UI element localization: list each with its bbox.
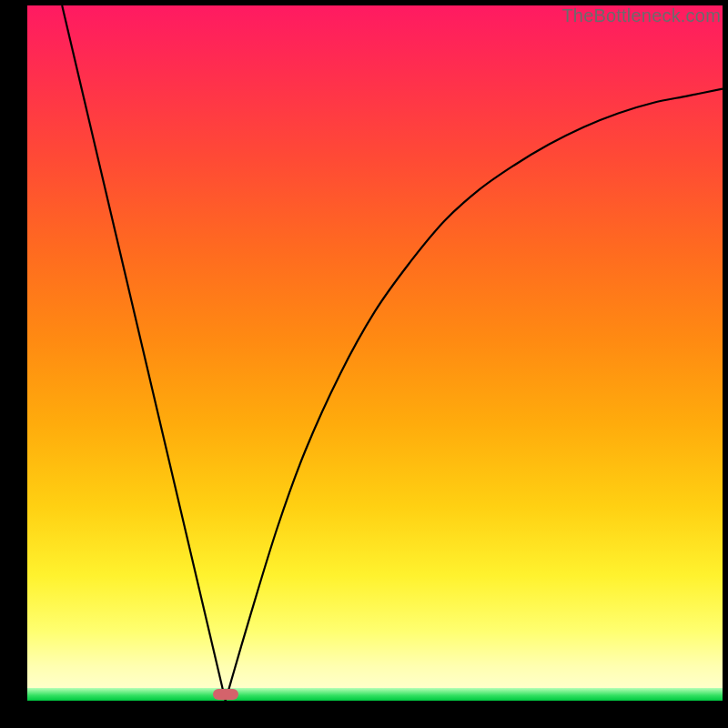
chart-frame: TheBottleneck.com [0, 0, 728, 728]
right-curve [226, 89, 723, 701]
left-line [62, 5, 226, 701]
plot-area [27, 5, 723, 701]
minimum-marker [213, 689, 238, 700]
watermark-text: TheBottleneck.com [561, 5, 721, 26]
curve-svg [27, 5, 723, 701]
